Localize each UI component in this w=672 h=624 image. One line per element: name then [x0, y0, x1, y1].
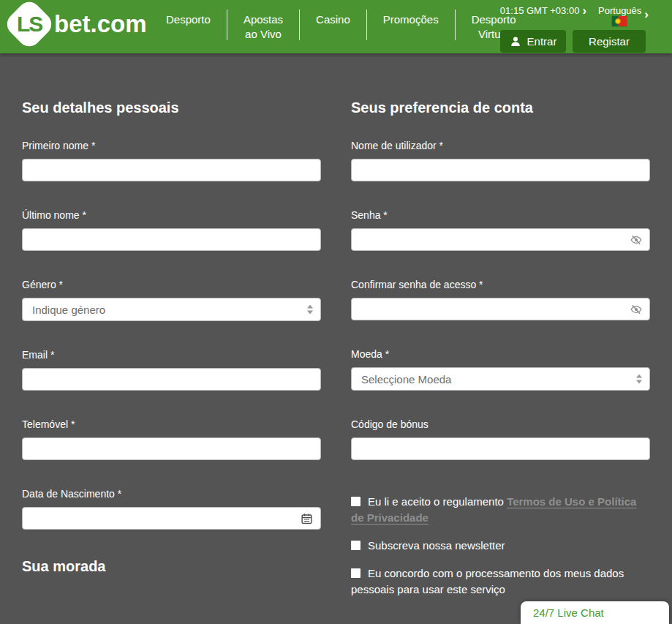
portugal-flag-icon[interactable]: [612, 16, 627, 26]
username-field: Nome de utilizador *: [351, 140, 650, 181]
personal-details-title: Seu detalhes pessoais: [22, 99, 321, 116]
newsletter-checkbox[interactable]: [351, 541, 360, 550]
email-field: Email *: [22, 349, 321, 391]
live-chat-label: 24/7 Live Chat: [533, 606, 604, 619]
username-input[interactable]: [351, 159, 650, 181]
top-header: LS bet.com Desporto Apostas ao Vivo Casi…: [0, 0, 672, 53]
login-label: Entrar: [527, 35, 557, 48]
dob-input[interactable]: [22, 507, 321, 530]
email-input[interactable]: [22, 368, 321, 391]
register-button[interactable]: Registar: [573, 30, 646, 53]
dob-label: Data de Nascimento *: [22, 488, 321, 500]
consent-checkboxes: Eu li e aceito o regulamento Termos de U…: [351, 494, 650, 598]
username-label: Nome de utilizador *: [351, 140, 650, 151]
password-input[interactable]: [351, 228, 650, 251]
gender-field: Género * Indique género: [22, 279, 321, 321]
currency-label: Moeda *: [351, 348, 650, 360]
first-name-label: Primeiro nome *: [22, 140, 321, 151]
clock-display[interactable]: 01:15 GMT +03:00 ›: [500, 5, 586, 16]
currency-select[interactable]: Selecçione Moeda: [351, 367, 650, 391]
calendar-icon[interactable]: [301, 512, 313, 525]
login-button[interactable]: Entrar: [500, 30, 566, 53]
language-selector[interactable]: Português ›: [598, 5, 649, 16]
email-label: Email *: [22, 349, 321, 361]
select-spinner-icon: [636, 375, 642, 384]
terms-checkbox[interactable]: [351, 497, 360, 506]
site-logo[interactable]: LS bet.com: [7, 5, 147, 43]
first-name-field: Primeiro nome *: [22, 140, 321, 181]
nav-item-promocoes[interactable]: Promoções: [367, 0, 455, 53]
account-preferences-title: Seus preferencia de conta: [351, 99, 650, 116]
data-processing-checkbox[interactable]: [351, 568, 360, 578]
phone-field: Telemóvel *: [22, 418, 321, 460]
logo-diamond-icon: LS: [2, 0, 56, 51]
clock-text: 01:15 GMT +03:00: [500, 5, 580, 16]
last-name-input[interactable]: [22, 228, 321, 251]
nav-item-desporto[interactable]: Desporto: [150, 0, 227, 53]
gender-select-value: Indique género: [32, 304, 105, 316]
eye-slash-icon[interactable]: [630, 304, 642, 315]
terms-consent-text: Eu li e aceito o regulamento: [368, 495, 507, 508]
data-processing-consent-text: Eu concordo com o processamento dos meus…: [351, 567, 624, 595]
clock-chevron-icon: ›: [582, 6, 586, 15]
confirm-password-field: Confirmar senha de acesso *: [351, 279, 650, 320]
language-chevron-icon: ›: [644, 10, 649, 19]
newsletter-consent-text: Subscreva nossa newsletter: [368, 539, 505, 552]
last-name-label: Último nome *: [22, 209, 321, 221]
gender-select[interactable]: Indique género: [22, 298, 321, 321]
password-field: Senha *: [351, 209, 650, 251]
account-preferences-section: Seus preferencia de conta Nome de utiliz…: [351, 53, 650, 609]
currency-field: Moeda * Selecçione Moeda: [351, 348, 650, 391]
gender-label: Género *: [22, 279, 321, 290]
nav-item-apostas-ao-vivo[interactable]: Apostas ao Vivo: [227, 0, 299, 53]
register-label: Registar: [589, 35, 630, 48]
dob-field: Data de Nascimento *: [22, 488, 321, 530]
main-nav: Desporto Apostas ao Vivo Casino Promoçõe…: [150, 0, 532, 53]
password-label: Senha *: [351, 209, 650, 221]
terms-consent-row[interactable]: Eu li e aceito o regulamento Termos de U…: [351, 494, 650, 526]
last-name-field: Último nome *: [22, 209, 321, 251]
auth-buttons: Entrar Registar: [500, 30, 646, 53]
logo-domain-text: bet.com: [54, 10, 147, 38]
address-section-title: Sua morada: [22, 557, 321, 575]
phone-label: Telemóvel *: [22, 418, 321, 430]
currency-select-value: Selecçione Moeda: [361, 373, 451, 386]
registration-form: Seu detalhes pessoais Primeiro nome * Úl…: [0, 53, 672, 609]
bonus-code-label: Código de bónus: [351, 418, 650, 430]
first-name-input[interactable]: [22, 159, 321, 181]
confirm-password-input[interactable]: [351, 298, 650, 320]
live-chat-widget[interactable]: 24/7 Live Chat: [521, 601, 669, 624]
eye-slash-icon[interactable]: [630, 234, 642, 246]
bonus-code-field: Código de bónus: [351, 418, 650, 460]
select-spinner-icon: [307, 305, 313, 315]
logo-initials: LS: [17, 12, 42, 37]
data-processing-consent-row[interactable]: Eu concordo com o processamento dos meus…: [351, 565, 650, 598]
header-meta: 01:15 GMT +03:00 › Português ›: [500, 5, 649, 16]
phone-input[interactable]: [22, 437, 321, 460]
newsletter-consent-row[interactable]: Subscreva nossa newsletter: [351, 538, 650, 554]
personal-details-section: Seu detalhes pessoais Primeiro nome * Úl…: [22, 53, 321, 609]
language-label: Português: [598, 5, 641, 16]
bonus-code-input[interactable]: [351, 437, 650, 460]
person-icon: [510, 36, 521, 48]
confirm-password-label: Confirmar senha de acesso *: [351, 279, 650, 290]
nav-item-casino[interactable]: Casino: [300, 0, 366, 53]
